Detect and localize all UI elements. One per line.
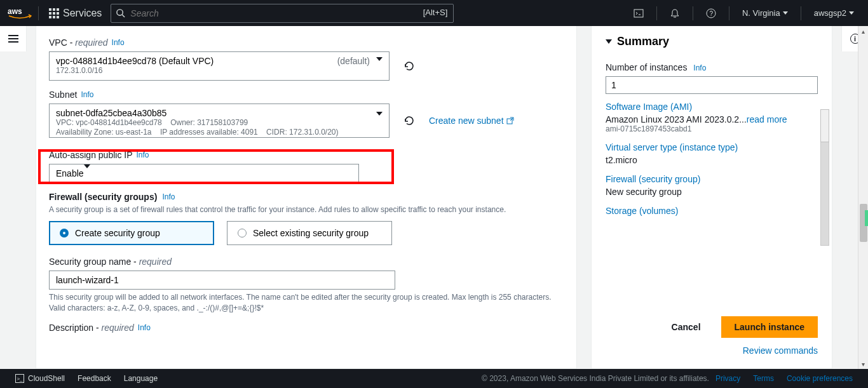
services-button[interactable]: Services	[45, 5, 105, 22]
caret-down-icon	[376, 57, 383, 71]
required-text: required	[75, 37, 107, 48]
subnet-refresh-button[interactable]	[400, 111, 419, 130]
instance-type-text: t2.micro	[606, 155, 811, 165]
vpc-cidr: 172.31.0.0/16	[56, 66, 370, 76]
create-sg-radio[interactable]: Create security group	[49, 221, 214, 245]
aws-logo[interactable]: aws	[8, 6, 32, 20]
feedback-button[interactable]: Feedback	[71, 374, 118, 383]
required-text: required	[139, 257, 172, 267]
page-scrollbar[interactable]: ▴ ▾	[858, 26, 868, 369]
num-instances-input[interactable]	[606, 76, 818, 94]
info-link[interactable]: Info	[112, 38, 125, 47]
network-settings-panel: VPC - required Info vpc-048814d1b4ee9cd7…	[36, 26, 577, 369]
summary-header[interactable]: Summary	[592, 26, 832, 57]
vpc-default-tag: (default)	[337, 56, 370, 66]
nav-divider	[693, 6, 693, 20]
search-input[interactable]	[111, 4, 454, 23]
search-container: [Alt+S]	[111, 4, 454, 23]
info-link[interactable]: Info	[138, 323, 151, 332]
auto-ip-label: Auto-assign public IP	[49, 150, 133, 160]
vpc-label: VPC -	[49, 37, 75, 48]
svg-line-2	[123, 15, 125, 17]
info-link[interactable]: Info	[162, 192, 175, 201]
ami-link[interactable]: Software Image (AMI)	[606, 102, 811, 112]
nav-divider	[656, 6, 657, 20]
firewall-summary-text: New security group	[606, 187, 811, 197]
instance-type-link[interactable]: Virtual server type (instance type)	[606, 142, 811, 152]
svg-rect-3	[634, 10, 643, 17]
caret-down-icon	[84, 164, 90, 178]
read-more-link[interactable]: read more	[747, 114, 787, 124]
radio-icon	[238, 229, 247, 237]
caret-down-icon	[376, 112, 383, 126]
help-icon[interactable]: ?	[700, 4, 722, 22]
summary-panel: Summary Number of instances Info Softwar…	[591, 26, 832, 369]
search-icon	[116, 8, 125, 18]
auto-ip-select[interactable]: Enable	[49, 164, 359, 183]
create-subnet-label: Create new subnet	[429, 116, 504, 126]
accent-bar	[865, 210, 868, 226]
ami-text: Amazon Linux 2023 AMI 2023.0.2...	[606, 114, 747, 124]
subnet-select[interactable]: subnet-0dfa25cbea4a30b85 VPC: vpc-048814…	[49, 104, 390, 138]
region-selector[interactable]: N. Virginia	[736, 4, 794, 22]
grid-icon	[49, 8, 59, 18]
language-button[interactable]: Language	[118, 374, 164, 383]
terms-link[interactable]: Terms	[747, 374, 780, 383]
vpc-select[interactable]: vpc-048814d1b4ee9cd78 (Default VPC) (def…	[49, 51, 390, 81]
external-link-icon	[506, 117, 514, 124]
select-sg-label: Select existing security group	[253, 228, 369, 238]
sg-name-input[interactable]	[49, 271, 395, 290]
top-nav: aws Services [Alt+S] ? N. Virginia awsgs…	[0, 0, 868, 26]
radio-icon	[60, 229, 69, 237]
storage-link[interactable]: Storage (volumes)	[606, 206, 811, 216]
info-link[interactable]: Info	[693, 64, 706, 72]
create-sg-label: Create security group	[75, 228, 160, 238]
sg-name-label: Security group name -	[49, 257, 139, 267]
info-link[interactable]: Info	[81, 90, 93, 99]
info-link[interactable]: Info	[137, 151, 149, 159]
create-subnet-link[interactable]: Create new subnet	[429, 116, 514, 126]
desc-label: Description -	[49, 323, 101, 333]
cloudshell-nav-icon[interactable]	[627, 4, 650, 22]
search-shortcut: [Alt+S]	[423, 8, 448, 17]
subnet-owner: Owner: 317158103799	[170, 118, 248, 127]
region-label: N. Virginia	[742, 8, 780, 18]
caret-down-icon	[783, 11, 788, 15]
subnet-cidr: CIDR: 172.31.0.0/20)	[266, 128, 338, 137]
summary-scrollbar-thumb[interactable]	[820, 109, 829, 142]
left-panel-toggle[interactable]	[0, 26, 27, 51]
firewall-summary-link[interactable]: Firewall (security group)	[606, 174, 811, 184]
vpc-field: VPC - required Info vpc-048814d1b4ee9cd7…	[49, 37, 564, 81]
notifications-icon[interactable]	[663, 4, 686, 22]
subnet-label: Subnet	[49, 90, 77, 100]
cookies-link[interactable]: Cookie preferences	[780, 374, 859, 383]
footer: >_ CloudShell Feedback Language © 2023, …	[0, 369, 868, 388]
account-label: awsgsp2	[814, 8, 846, 18]
scroll-up-arrow[interactable]: ▴	[858, 26, 868, 36]
firewall-label: Firewall (security groups)	[49, 192, 157, 202]
subnet-ips: IP addresses available: 4091	[160, 128, 258, 137]
review-commands-link[interactable]: Review commands	[606, 345, 818, 356]
svg-point-1	[117, 9, 123, 15]
subnet-value: subnet-0dfa25cbea4a30b85	[56, 108, 166, 118]
firewall-field: Firewall (security groups) Info A securi…	[49, 192, 564, 246]
ami-id: ami-0715c1897453cabd1	[606, 124, 811, 133]
copyright-text: © 2023, Amazon Web Services India Privat…	[482, 374, 709, 383]
subnet-vpc: VPC: vpc-048814d1b4ee9cd78	[56, 118, 162, 127]
select-sg-radio[interactable]: Select existing security group	[227, 221, 392, 245]
main-content: VPC - required Info vpc-048814d1b4ee9cd7…	[27, 26, 841, 369]
nav-divider	[38, 6, 39, 20]
privacy-link[interactable]: Privacy	[709, 374, 747, 383]
auto-assign-ip-field: Auto-assign public IP Info Enable	[49, 147, 564, 183]
cloudshell-footer-button[interactable]: >_ CloudShell	[9, 374, 71, 383]
cancel-button[interactable]: Cancel	[659, 316, 714, 338]
launch-instance-button[interactable]: Launch instance	[721, 316, 818, 338]
subnet-az: Availability Zone: us-east-1a	[56, 128, 152, 137]
svg-text:?: ?	[709, 10, 713, 17]
nav-divider	[801, 6, 801, 20]
scroll-down-arrow[interactable]: ▾	[858, 359, 868, 369]
summary-title: Summary	[617, 35, 669, 48]
account-selector[interactable]: awsgsp2	[808, 4, 860, 22]
cloudshell-label: CloudShell	[28, 374, 65, 383]
vpc-refresh-button[interactable]	[400, 57, 419, 76]
